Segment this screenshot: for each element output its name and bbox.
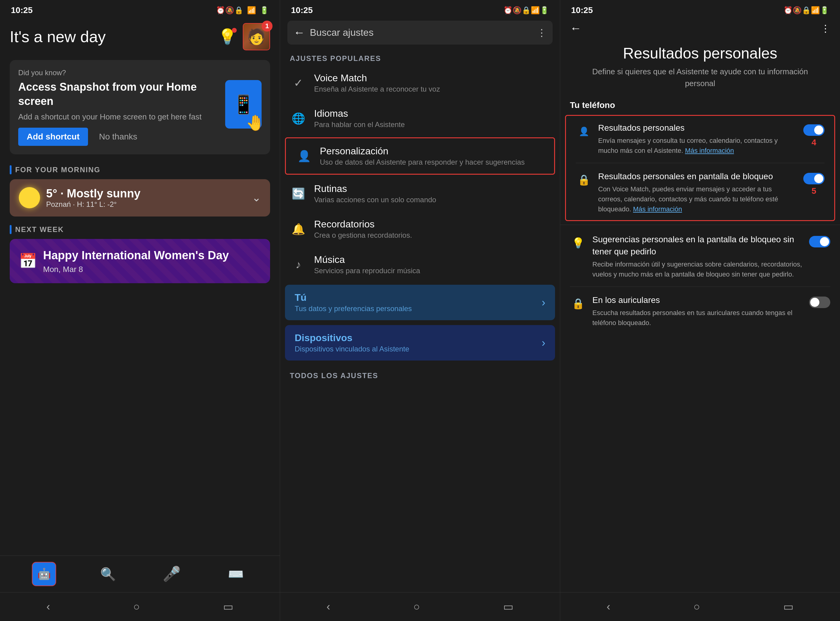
nav-bar-3: ‹ ○ ▭ bbox=[560, 592, 840, 621]
back-button-3[interactable]: ← bbox=[570, 22, 582, 35]
toggle-resultados-personales: 👤 Resultados personales Envía mensajes y… bbox=[566, 116, 834, 162]
personal-results-icon: 👤 bbox=[576, 123, 592, 139]
recordatorios-icon: 🔔 bbox=[290, 221, 307, 238]
toggle2-sub: Con Voice Match, puedes enviar mensajes … bbox=[598, 184, 797, 214]
bulb-icon[interactable]: 💡 bbox=[218, 28, 237, 45]
toggle4-text: En los auriculares Escucha resultados pe… bbox=[592, 294, 803, 328]
status-bar-1: 10:25 ⏰🔕🔒 📶 🔋 bbox=[0, 0, 280, 18]
p1-header: It's a new day 💡 🧑 1 bbox=[0, 18, 280, 55]
weather-temp: 5° · Mostly sunny bbox=[46, 187, 141, 200]
tu-subtitle: Tus datos y preferencias personales bbox=[295, 304, 412, 313]
settings-item-rutinas[interactable]: 🔄 Rutinas Varias acciones con un solo co… bbox=[280, 176, 560, 211]
toggle-lock-screen: 🔒 Resultados personales en pantalla de b… bbox=[566, 164, 834, 220]
personalizacion-text: Personalización Uso de datos del Asisten… bbox=[320, 145, 544, 167]
lens-icon[interactable]: 🔍 bbox=[96, 562, 120, 586]
no-thanks-button[interactable]: No thanks bbox=[94, 128, 142, 146]
calendar-icon: 📅 bbox=[19, 253, 37, 270]
musica-icon: ♪ bbox=[290, 256, 307, 273]
home-nav[interactable]: ○ bbox=[127, 597, 146, 616]
idiomas-subtitle: Para hablar con el Asistente bbox=[314, 120, 550, 129]
event-text: Happy International Women's Day Mon, Mar… bbox=[43, 248, 229, 274]
toggle1-title: Resultados personales bbox=[598, 122, 797, 134]
section-morning: FOR YOUR MORNING bbox=[0, 159, 280, 177]
hand-emoji: 🤚 bbox=[246, 114, 264, 132]
back-button[interactable]: ← bbox=[293, 26, 305, 39]
home-nav-3[interactable]: ○ bbox=[687, 597, 706, 616]
dispositivos-arrow-icon: › bbox=[542, 336, 545, 349]
rutinas-icon: 🔄 bbox=[290, 185, 307, 202]
toggle2-title: Resultados personales en pantalla de blo… bbox=[598, 170, 797, 182]
recents-nav-3[interactable]: ▭ bbox=[777, 597, 800, 616]
toggle2-text: Resultados personales en pantalla de blo… bbox=[598, 170, 797, 214]
next-week-card[interactable]: 📅 Happy International Women's Day Mon, M… bbox=[10, 239, 270, 283]
toggle4-title: En los auriculares bbox=[592, 294, 803, 306]
lock-icon: 🔒 bbox=[576, 172, 592, 188]
keyboard-icon[interactable]: ⌨️ bbox=[224, 562, 248, 586]
nav-bar-1: ‹ ○ ▭ bbox=[0, 592, 280, 621]
recents-nav[interactable]: ▭ bbox=[217, 597, 240, 616]
time-3: 10:25 bbox=[571, 6, 593, 15]
assistant-icon[interactable]: 🤖 bbox=[32, 562, 56, 586]
dyk-label: Did you know? bbox=[18, 68, 261, 77]
settings-item-dispositivos[interactable]: Dispositivos Dispositivos vinculados al … bbox=[285, 325, 555, 360]
tu-title: Tú bbox=[295, 292, 412, 303]
toggle1-switch[interactable] bbox=[803, 124, 825, 136]
status-bar-3: 10:25 ⏰🔕🔒📶🔋 bbox=[560, 0, 840, 18]
panel-resultados-personales: 10:25 ⏰🔕🔒📶🔋 ← ⋮ Resultados personales De… bbox=[560, 0, 840, 621]
recordatorios-title: Recordatorios bbox=[314, 219, 550, 230]
back-nav-2[interactable]: ‹ bbox=[321, 597, 336, 616]
rutinas-subtitle: Varias acciones con un solo comando bbox=[314, 195, 550, 204]
more-options-icon-3[interactable]: ⋮ bbox=[820, 23, 830, 34]
musica-subtitle: Servicios para reproducir música bbox=[314, 267, 550, 275]
sun-icon bbox=[19, 187, 40, 208]
voicematch-text: Voice Match Enseña al Asistente a recono… bbox=[314, 73, 550, 93]
settings-item-recordatorios[interactable]: 🔔 Recordatorios Crea o gestiona recordat… bbox=[280, 211, 560, 247]
event-date: Mon, Mar 8 bbox=[43, 265, 229, 274]
dyk-text-area: Access Snapshot from your Home screen Ad… bbox=[18, 80, 219, 146]
toggle3-switch[interactable] bbox=[809, 236, 830, 247]
settings-item-voicematch[interactable]: ✓ Voice Match Enseña al Asistente a reco… bbox=[280, 65, 560, 101]
p1-bottom-bar: 🤖 🔍 🎤 ⌨️ bbox=[0, 556, 280, 592]
toggle1-sub: Envía mensajes y consulta tu correo, cal… bbox=[598, 136, 797, 156]
add-shortcut-button[interactable]: Add shortcut bbox=[18, 128, 88, 146]
search-input[interactable]: Buscar ajustes bbox=[310, 27, 532, 38]
toggle2-link[interactable]: Más información bbox=[633, 205, 682, 213]
dyk-content: Access Snapshot from your Home screen Ad… bbox=[18, 80, 261, 146]
voicematch-title: Voice Match bbox=[314, 73, 550, 84]
home-nav-2[interactable]: ○ bbox=[407, 597, 426, 616]
toggle4-switch[interactable] bbox=[809, 297, 830, 308]
recordatorios-text: Recordatorios Crea o gestiona recordator… bbox=[314, 219, 550, 239]
did-you-know-card: Did you know? Access Snapshot from your … bbox=[10, 60, 270, 154]
section-phone: Tu teléfono bbox=[560, 97, 840, 114]
back-nav[interactable]: ‹ bbox=[40, 597, 56, 616]
weather-card[interactable]: 5° · Mostly sunny Poznań · H: 11° L: -2°… bbox=[10, 179, 270, 217]
section-next-week: NEXT WEEK bbox=[0, 219, 280, 236]
back-nav-3[interactable]: ‹ bbox=[600, 597, 616, 616]
lightbulb-icon: 💡 bbox=[570, 235, 586, 251]
chevron-down-icon: ⌄ bbox=[252, 191, 261, 204]
lock-icon-2: 🔒 bbox=[570, 295, 586, 312]
time-1: 10:25 bbox=[11, 6, 33, 15]
rutinas-text: Rutinas Varias acciones con un solo coma… bbox=[314, 183, 550, 204]
phone-illustration: 📱 🤚 bbox=[225, 80, 261, 129]
settings-item-personalizacion[interactable]: 👤 Personalización Uso de datos del Asist… bbox=[285, 137, 555, 175]
recordatorios-subtitle: Crea o gestiona recordatorios. bbox=[314, 231, 550, 239]
step-label-2: 1 bbox=[261, 21, 272, 32]
avatar-wrap[interactable]: 🧑 1 bbox=[243, 23, 270, 50]
status-bar-2: 10:25 ⏰🔕🔒📶🔋 bbox=[280, 0, 560, 18]
weather-location: Poznań · H: 11° L: -2° bbox=[46, 200, 141, 209]
personalizacion-icon: 👤 bbox=[296, 148, 313, 165]
settings-item-musica[interactable]: ♪ Música Servicios para reproducir músic… bbox=[280, 247, 560, 282]
toggle2-switch[interactable] bbox=[803, 173, 825, 184]
more-options-icon[interactable]: ⋮ bbox=[537, 27, 547, 38]
section-all: TODOS LOS AJUSTES bbox=[280, 368, 560, 382]
settings-item-idiomas[interactable]: 🌐 Idiomas Para hablar con el Asistente bbox=[280, 101, 560, 136]
musica-text: Música Servicios para reproducir música bbox=[314, 254, 550, 275]
panel-assistant-home: 10:25 ⏰🔕🔒 📶 🔋 It's a new day 💡 🧑 1 Did y… bbox=[0, 0, 280, 621]
settings-item-tu[interactable]: Tú Tus datos y preferencias personales › bbox=[285, 285, 555, 320]
weather-info: 5° · Mostly sunny Poznań · H: 11° L: -2° bbox=[46, 187, 141, 209]
recents-nav-2[interactable]: ▭ bbox=[497, 597, 519, 616]
status-icons-1: ⏰🔕🔒 📶 🔋 bbox=[216, 6, 269, 15]
mic-icon[interactable]: 🎤 bbox=[159, 562, 184, 586]
toggle1-link[interactable]: Más información bbox=[685, 147, 734, 154]
